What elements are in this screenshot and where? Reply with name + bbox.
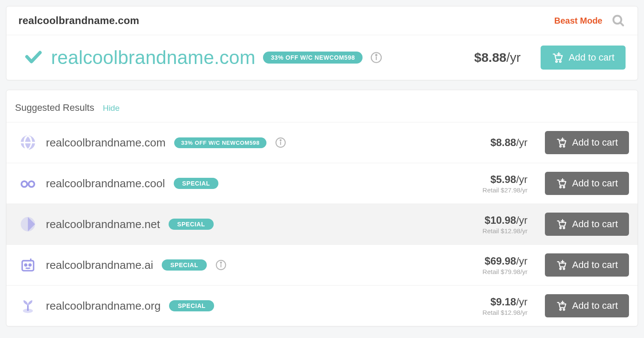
special-badge: SPECIAL (169, 219, 214, 230)
add-to-cart-button[interactable]: Add to cart (545, 253, 629, 277)
special-badge: SPECIAL (174, 178, 219, 189)
row-price-per: /yr (516, 255, 528, 267)
row-domain: realcoolbrandname.org (46, 299, 160, 313)
svg-point-33 (221, 262, 222, 263)
svg-rect-27 (22, 261, 34, 271)
add-to-cart-label: Add to cart (572, 300, 618, 311)
svg-point-35 (563, 268, 564, 269)
add-to-cart-label: Add to cart (569, 52, 614, 63)
suggested-row: realcoolbrandname.com33% OFF W/C NEWCOM5… (6, 122, 638, 163)
svg-point-19 (563, 186, 564, 188)
row-domain: realcoolbrandname.com (46, 136, 166, 149)
svg-point-11 (280, 140, 281, 141)
add-to-cart-label: Add to cart (572, 178, 618, 189)
row-price: $10.98/yr (483, 214, 528, 226)
special-badge: SPECIAL (169, 300, 214, 311)
row-price-value: $9.18 (490, 296, 516, 308)
row-price-block: $5.98/yrRetail $27.98/yr (483, 174, 528, 194)
svg-point-5 (556, 61, 557, 62)
suggested-row: realcoolbrandname.orgSPECIAL$9.18/yrReta… (6, 286, 638, 326)
add-to-cart-button[interactable]: Add to cart (545, 294, 629, 317)
svg-point-17 (29, 181, 34, 187)
add-to-cart-label: Add to cart (572, 219, 618, 230)
featured-domain: realcoolbrandname.com (51, 47, 255, 68)
svg-point-24 (563, 227, 564, 228)
net-icon (18, 215, 37, 234)
add-to-cart-label: Add to cart (572, 137, 618, 148)
row-retail: Retail $79.98/yr (483, 268, 528, 275)
row-price-block: $10.98/yrRetail $12.98/yr (483, 214, 528, 234)
info-icon[interactable] (275, 137, 286, 148)
featured-price: $8.88/yr (474, 50, 520, 65)
search-term: realcoolbrandname.com (18, 15, 554, 27)
promo-badge: 33% OFF W/C NEWCOM598 (174, 137, 266, 148)
suggested-header: Suggested Results Hide (6, 90, 638, 122)
row-price: $69.98/yr (483, 255, 528, 267)
search-icon[interactable] (611, 13, 626, 28)
row-price-value: $10.98 (485, 214, 516, 226)
row-domain: realcoolbrandname.net (46, 218, 160, 231)
add-to-cart-button[interactable]: Add to cart (545, 213, 629, 236)
row-price-per: /yr (516, 296, 528, 308)
featured-row: realcoolbrandname.com 33% OFF W/C NEWCOM… (6, 35, 638, 80)
row-domain: realcoolbrandname.cool (46, 177, 165, 190)
row-price-per: /yr (516, 214, 528, 226)
svg-line-1 (620, 23, 623, 26)
row-price-value: $8.88 (490, 137, 516, 148)
suggested-row: realcoolbrandname.coolSPECIAL$5.98/yrRet… (6, 163, 638, 204)
glasses-icon (18, 174, 37, 193)
svg-point-13 (563, 146, 564, 147)
row-retail: Retail $12.98/yr (483, 309, 528, 316)
svg-point-12 (559, 146, 561, 147)
search-bar: realcoolbrandname.com Beast Mode (6, 6, 638, 35)
row-domain: realcoolbrandname.ai (46, 259, 153, 272)
row-price-per: /yr (516, 174, 528, 185)
robot-icon (18, 256, 37, 274)
suggested-rows: realcoolbrandname.com33% OFF W/C NEWCOM5… (6, 122, 638, 326)
suggested-row: realcoolbrandname.netSPECIAL$10.98/yrRet… (6, 204, 638, 245)
row-price: $5.98/yr (483, 174, 528, 186)
svg-point-4 (376, 55, 377, 56)
add-to-cart-button[interactable]: Add to cart (541, 46, 626, 70)
svg-point-18 (559, 186, 561, 188)
svg-point-39 (559, 309, 561, 310)
add-to-cart-button[interactable]: Add to cart (545, 172, 629, 195)
svg-point-29 (29, 264, 31, 266)
beast-mode-link[interactable]: Beast Mode (554, 16, 602, 26)
add-to-cart-label: Add to cart (572, 259, 618, 271)
add-to-cart-button[interactable]: Add to cart (545, 131, 629, 154)
row-price-per: /yr (516, 137, 528, 148)
svg-point-40 (563, 309, 564, 310)
row-price-block: $8.88/yr (490, 137, 528, 149)
row-price-block: $69.98/yrRetail $79.98/yr (483, 255, 528, 275)
row-price: $9.18/yr (483, 296, 528, 308)
suggested-card: Suggested Results Hide realcoolbrandname… (6, 90, 638, 326)
svg-point-6 (559, 61, 561, 62)
svg-point-28 (25, 264, 27, 266)
suggested-row: realcoolbrandname.aiSPECIAL$69.98/yrReta… (6, 245, 638, 286)
row-retail: Retail $27.98/yr (483, 186, 528, 194)
sprout-icon (18, 296, 37, 315)
hide-link[interactable]: Hide (103, 104, 120, 113)
row-price-value: $69.98 (485, 255, 516, 267)
check-icon (24, 47, 43, 68)
featured-price-per: /yr (506, 50, 520, 64)
featured-price-value: $8.88 (474, 50, 506, 64)
info-icon[interactable] (215, 259, 227, 271)
search-card: realcoolbrandname.com Beast Mode realcoo… (6, 6, 638, 80)
promo-badge: 33% OFF W/C NEWCOM598 (263, 52, 363, 64)
row-retail: Retail $12.98/yr (483, 227, 528, 234)
row-price-value: $5.98 (490, 174, 516, 185)
row-price: $8.88/yr (490, 137, 528, 149)
suggested-title: Suggested Results (15, 102, 94, 113)
svg-point-16 (21, 181, 27, 187)
special-badge: SPECIAL (162, 259, 207, 271)
globe-icon (18, 133, 37, 152)
svg-point-23 (559, 227, 561, 228)
row-price-block: $9.18/yrRetail $12.98/yr (483, 296, 528, 316)
svg-point-34 (559, 268, 561, 269)
info-icon[interactable] (370, 52, 382, 64)
